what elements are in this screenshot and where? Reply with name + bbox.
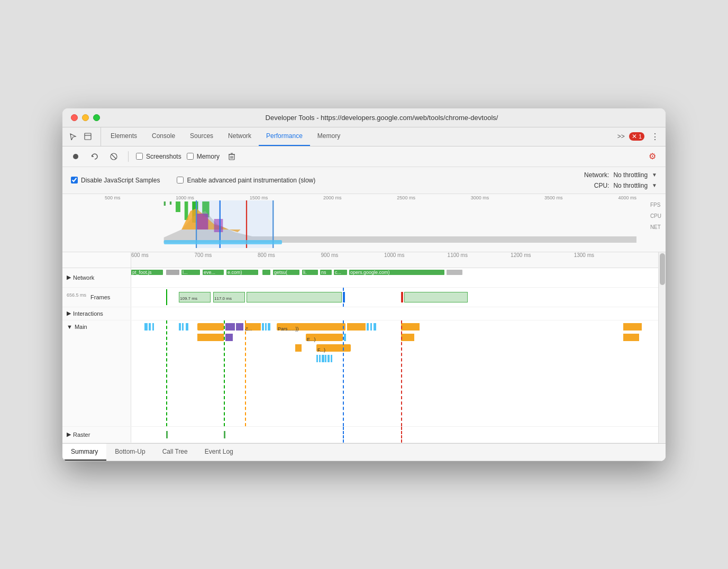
bar-s11	[370, 323, 372, 331]
traffic-lights	[71, 114, 100, 121]
network-item-li[interactable]: li.	[302, 270, 318, 275]
network-item-eve[interactable]: eve...	[203, 270, 224, 275]
bar-r2-2	[225, 334, 233, 341]
bar-yellow-far[interactable]	[623, 323, 642, 331]
tab-elements[interactable]: Elements	[103, 127, 144, 146]
scroll-thumb[interactable]	[660, 253, 665, 285]
screenshots-checkbox[interactable]	[136, 153, 143, 160]
tab-performance[interactable]: Performance	[259, 127, 310, 146]
parse-bar[interactable]: Pars......})	[277, 323, 345, 331]
close-button[interactable]	[71, 114, 78, 121]
bar-s3	[152, 323, 154, 331]
overview-timeline[interactable]: 500 ms 1000 ms 1500 ms 2000 ms 2500 ms 3…	[62, 194, 666, 252]
network-item-getsu[interactable]: getsu(	[273, 270, 299, 275]
bottom-tabs: Summary Bottom-Up Call Tree Event Log	[62, 443, 666, 461]
trash-button[interactable]	[225, 150, 239, 163]
bar-yellow-3[interactable]	[401, 323, 420, 331]
clear-button[interactable]	[107, 150, 121, 163]
network-item-c[interactable]: c...	[334, 270, 347, 275]
network-item-opers[interactable]: opers.google.com)	[349, 270, 444, 275]
tracks-area: 600 ms 700 ms 800 ms 900 ms 1000 ms 1100…	[62, 252, 666, 443]
toolbar: Screenshots Memory ⚙	[62, 146, 666, 167]
record-button[interactable]	[69, 150, 83, 163]
network-item-l[interactable]: l...	[181, 270, 200, 275]
raster-blue-dashed	[343, 427, 344, 443]
svg-point-2	[73, 154, 78, 159]
interactions-track-label[interactable]: ▶ Interactions	[62, 307, 131, 320]
frame-block-3[interactable]	[247, 292, 342, 302]
more-tabs[interactable]: >>	[617, 133, 625, 140]
bar-r2-1	[197, 334, 224, 341]
throttle-settings: Network: No throttling ▼ CPU: No throttl…	[577, 171, 657, 189]
orange-dashed-1	[245, 320, 246, 426]
network-item-ns[interactable]: ns	[320, 270, 332, 275]
more-menu-button[interactable]: ⋮	[649, 132, 661, 142]
tab-network[interactable]: Network	[221, 127, 259, 146]
red-frame-marker	[401, 292, 403, 302]
bar-e-label[interactable]: E...	[245, 323, 261, 331]
frame-block-4[interactable]	[404, 292, 468, 302]
cpu-throttle-dropdown[interactable]: ▼	[652, 182, 657, 188]
network-throttle-dropdown[interactable]: ▼	[652, 172, 657, 178]
main-track-label[interactable]: ▼ Main	[62, 320, 131, 426]
maximize-button[interactable]	[93, 114, 100, 121]
cursor-icon[interactable]	[67, 130, 79, 143]
dock-icon[interactable]	[81, 130, 94, 143]
tab-bottom-up[interactable]: Bottom-Up	[106, 444, 153, 461]
bar-s7	[262, 323, 264, 331]
bar-purple-1[interactable]	[225, 323, 235, 331]
raster-track-label[interactable]: ▶ Raster	[62, 427, 131, 443]
network-item-end	[447, 270, 462, 275]
tab-call-tree[interactable]: Call Tree	[154, 444, 196, 461]
frame-block-1[interactable]: 109.7 ms	[179, 292, 211, 302]
tab-console[interactable]: Console	[144, 127, 183, 146]
network-item-a	[262, 270, 270, 275]
bar-s9	[268, 323, 270, 331]
blue-frame-marker	[343, 292, 345, 302]
main-track: ▼ Main	[62, 320, 658, 427]
reload-button[interactable]	[88, 150, 102, 163]
bar-r4-2	[319, 355, 321, 362]
screenshots-checkbox-label[interactable]: Screenshots	[136, 153, 181, 160]
network-item-ptfoot[interactable]: pt_foot.js	[131, 270, 163, 275]
raster-track: ▶ Raster	[62, 427, 658, 443]
tab-sources[interactable]: Sources	[183, 127, 221, 146]
bar-e2[interactable]: E...)	[306, 334, 343, 341]
network-item-ecom[interactable]: e.com)	[226, 270, 258, 275]
frame-line-1	[166, 289, 167, 305]
tab-tools	[67, 127, 101, 146]
svg-rect-20	[170, 201, 171, 205]
advanced-paint-label[interactable]: Enable advanced paint instrumentation (s…	[177, 177, 315, 184]
tracks-scroll[interactable]: 600 ms 700 ms 800 ms 900 ms 1000 ms 1100…	[62, 252, 658, 443]
svg-line-4	[112, 154, 116, 159]
main-track-content[interactable]: E... Pars......})	[131, 320, 658, 426]
raster-mark-2	[224, 431, 225, 438]
vertical-scrollbar[interactable]	[658, 252, 666, 443]
svg-rect-26	[164, 240, 282, 244]
frame-block-2[interactable]: 117.0 ms	[213, 292, 245, 302]
bar-r3-1	[295, 344, 302, 352]
bar-r4-3	[322, 355, 324, 362]
bar-s10	[367, 323, 369, 331]
minimize-button[interactable]	[82, 114, 89, 121]
memory-checkbox[interactable]	[187, 153, 194, 160]
ruler-spacer	[62, 252, 131, 268]
raster-mark-1	[166, 431, 168, 438]
tab-event-log[interactable]: Event Log	[196, 444, 242, 461]
settings-button[interactable]: ⚙	[645, 150, 659, 163]
tab-summary[interactable]: Summary	[62, 444, 106, 461]
error-badge[interactable]: ✕ 1	[629, 132, 644, 141]
bar-f3[interactable]: F...)	[316, 344, 351, 352]
memory-checkbox-label[interactable]: Memory	[187, 153, 220, 160]
bar-yellow-2[interactable]	[347, 323, 366, 331]
bar-yellow-1[interactable]	[197, 323, 224, 331]
svg-rect-19	[164, 201, 166, 206]
tab-memory[interactable]: Memory	[310, 127, 348, 146]
advanced-paint-checkbox[interactable]	[177, 177, 184, 183]
network-track-content: pt_foot.js l... eve... e.com) getsu( li.…	[131, 268, 658, 287]
disable-js-samples-label[interactable]: Disable JavaScript Samples	[71, 177, 160, 184]
bar-purple-2[interactable]	[236, 323, 243, 331]
fps-cpu-net-labels: FPS CPU NET	[650, 202, 661, 230]
disable-js-samples-checkbox[interactable]	[71, 177, 78, 183]
network-track-label[interactable]: ▶ Network	[62, 268, 131, 287]
